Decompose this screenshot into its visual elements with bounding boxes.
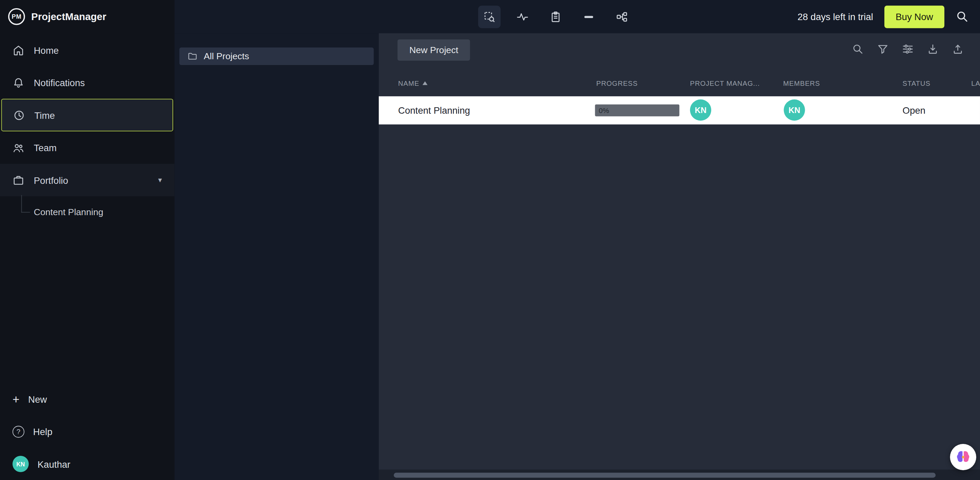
sidebar-item-label: Home — [34, 45, 59, 55]
status-cell: Open — [902, 96, 925, 124]
clock-icon — [13, 109, 25, 121]
sidebar-item-time[interactable]: Time — [2, 99, 173, 131]
briefcase-icon — [13, 174, 24, 186]
board-search-icon — [483, 10, 496, 23]
bell-icon — [13, 77, 24, 89]
buy-now-button[interactable]: Buy Now — [885, 5, 944, 28]
column-label: STATUS — [902, 79, 930, 87]
new-button[interactable]: + New — [0, 383, 174, 415]
progress-bar: 0% — [595, 105, 679, 116]
global-search-icon[interactable] — [956, 10, 969, 23]
column-header-status[interactable]: STATUS — [902, 79, 930, 87]
workflow-icon — [616, 10, 628, 23]
sidebar-item-portfolio[interactable]: Portfolio ▾ — [0, 164, 174, 196]
import-icon[interactable] — [927, 43, 939, 55]
trial-countdown: 28 days left in trial — [798, 11, 873, 22]
folder-icon — [188, 51, 197, 61]
user-menu[interactable]: KN Kauthar — [0, 448, 174, 480]
workflow-tool-button[interactable] — [611, 5, 633, 28]
settings-sliders-icon[interactable] — [902, 43, 914, 55]
help-icon: ? — [13, 426, 24, 437]
column-label: MEMBERS — [783, 79, 820, 87]
column-header-name[interactable]: NAME — [398, 79, 427, 87]
topbar-right: 28 days left in trial Buy Now — [798, 5, 980, 28]
clipboard-icon — [549, 10, 562, 23]
timeline-tool-button[interactable] — [578, 5, 600, 28]
sidebar-child-label: Content Planning — [34, 207, 103, 217]
project-manager-avatar[interactable]: KN — [690, 99, 711, 121]
scrollbar-track — [379, 469, 980, 480]
main-content: New Project — [379, 33, 980, 480]
help-button[interactable]: ? Help — [0, 415, 174, 448]
activity-tool-button[interactable] — [511, 5, 533, 28]
column-header-members[interactable]: MEMBERS — [783, 79, 820, 87]
all-projects-item[interactable]: All Projects — [179, 48, 374, 65]
ai-assistant-button[interactable] — [950, 444, 976, 470]
top-bar: 28 days left in trial Buy Now — [174, 0, 980, 33]
horizontal-scrollbar[interactable] — [394, 473, 935, 478]
tree-connector — [21, 195, 30, 212]
project-name-cell[interactable]: Content Planning — [398, 96, 470, 124]
user-avatar: KN — [13, 456, 29, 472]
column-label: PROGRESS — [596, 79, 638, 87]
chevron-down-icon: ▾ — [158, 175, 162, 185]
export-icon[interactable] — [952, 43, 964, 55]
progress-label: 0% — [599, 107, 609, 114]
sidebar-bottom: + New ? Help KN Kauthar — [0, 383, 174, 480]
brand[interactable]: PM ProjectManager — [0, 0, 174, 33]
sidebar-item-notifications[interactable]: Notifications — [0, 66, 174, 99]
sidebar-item-label: Portfolio — [34, 175, 68, 185]
member-avatar[interactable]: KN — [784, 99, 805, 121]
column-label: NAME — [398, 79, 419, 87]
new-project-button[interactable]: New Project — [398, 40, 470, 61]
column-header-progress[interactable]: PROGRESS — [596, 79, 638, 87]
column-header-last-updated[interactable]: LA — [971, 79, 980, 87]
projects-panel: All Projects — [174, 33, 379, 480]
timeline-bar-icon — [582, 10, 595, 23]
board-search-tool-button[interactable] — [478, 5, 501, 28]
tasks-tool-button[interactable] — [544, 5, 567, 28]
table-header-row: NAME PROGRESS PROJECT MANAG... MEMBERS S… — [379, 72, 980, 96]
user-name: Kauthar — [37, 459, 70, 469]
home-icon — [13, 44, 24, 56]
sidebar-item-home[interactable]: Home — [0, 34, 174, 66]
column-label: PROJECT MANAG... — [690, 79, 760, 87]
activity-icon — [516, 10, 529, 23]
content-toolbar — [852, 43, 964, 55]
sidebar-item-label: Time — [34, 110, 55, 120]
sort-ascending-icon — [422, 81, 427, 85]
brand-name: ProjectManager — [31, 11, 106, 22]
pm-logo-icon: PM — [8, 8, 25, 25]
table-row[interactable]: Content Planning 0% KN KN Open — [379, 96, 980, 124]
plus-icon: + — [13, 393, 19, 405]
sidebar-nav: Home Notifications Tim — [0, 34, 174, 227]
sidebar-item-team[interactable]: Team — [0, 131, 174, 164]
column-header-project-manager[interactable]: PROJECT MANAG... — [690, 79, 760, 87]
sidebar-item-content-planning[interactable]: Content Planning — [0, 196, 174, 228]
app-root: 28 days left in trial Buy Now PM Project… — [0, 0, 980, 480]
search-icon[interactable] — [852, 43, 864, 55]
column-label: LA — [971, 79, 980, 87]
team-icon — [13, 142, 24, 153]
filter-icon[interactable] — [877, 43, 889, 55]
sidebar-item-label: Notifications — [34, 77, 85, 88]
help-label: Help — [33, 426, 52, 437]
sidebar: PM ProjectManager Home Not — [0, 0, 174, 480]
sidebar-item-label: Team — [34, 142, 56, 153]
ai-brain-icon — [955, 449, 972, 466]
new-label: New — [28, 394, 47, 404]
all-projects-label: All Projects — [204, 51, 249, 61]
top-toolbar — [478, 0, 633, 33]
